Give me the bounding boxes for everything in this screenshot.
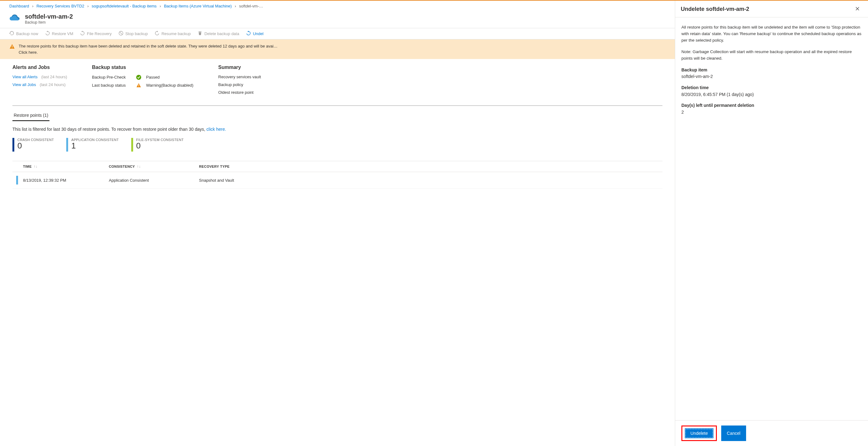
breadcrumb-sep: › — [235, 4, 236, 8]
undelete-button[interactable]: Undel — [246, 31, 264, 37]
page-subtitle: Backup Item — [25, 20, 73, 25]
page-title: softdel-vm-am-2 — [25, 13, 73, 20]
app-root: Dashboard › Recovery Services BVTD2 › so… — [0, 0, 868, 446]
section-title: Summary — [218, 65, 261, 70]
counter-crash: CRASH CONSISTENT 0 — [12, 138, 54, 151]
success-icon — [136, 74, 143, 80]
cell-consistency: Application Consistent — [109, 178, 199, 183]
cancel-button[interactable]: Cancel — [721, 425, 746, 441]
counter-label: CRASH CONSISTENT — [18, 138, 54, 142]
breadcrumb-sep: › — [87, 4, 89, 8]
view-all-jobs-link[interactable]: View all Jobs — [12, 82, 36, 87]
blade-footer: Undelete Cancel — [675, 420, 868, 446]
toolbar-label: Stop backup — [125, 31, 148, 36]
resume-backup-button: Resume backup — [155, 31, 191, 37]
last-backup-label: Last backup status — [92, 83, 132, 88]
deletion-time-label: Deletion time — [681, 84, 862, 91]
days-left-value: 2 — [681, 109, 862, 116]
banner-click-here[interactable]: Click here. — [19, 50, 38, 55]
time-range-label: (last 24 hours) — [41, 74, 67, 79]
breadcrumb-vault[interactable]: sogupsoftdeletevault - Backup items — [92, 4, 157, 8]
breadcrumb-backup-items[interactable]: Backup Items (Azure Virtual Machine) — [164, 4, 232, 8]
panel-body: Alerts and Jobs View all Alerts (last 24… — [0, 59, 675, 194]
toolbar-label: File Recovery — [87, 31, 111, 36]
toolbar-label: Delete backup data — [204, 31, 239, 36]
col-header-consistency[interactable]: CONSISTENCY ↑↓ — [109, 164, 199, 169]
sort-icon: ↑↓ — [137, 164, 141, 169]
blade-title: Undelete softdel-vm-am-2 — [681, 6, 749, 12]
toolbar-label: Backup now — [16, 31, 38, 36]
view-all-alerts-link[interactable]: View all Alerts — [12, 74, 38, 79]
restore-icon — [246, 31, 251, 37]
counter-bar — [131, 138, 133, 151]
days-left-label: Day(s) left until permanent deletion — [681, 102, 862, 109]
col-header-time[interactable]: TIME ↑↓ — [22, 164, 109, 169]
table-row[interactable]: 8/13/2019, 12:39:32 PM Application Consi… — [12, 172, 662, 188]
blade-header: Undelete softdel-vm-am-2 — [675, 1, 868, 18]
restore-icon — [45, 31, 50, 37]
grid-header: TIME ↑↓ CONSISTENCY ↑↓ RECOVERY TYPE — [12, 161, 662, 172]
toolbar-label: Resume backup — [161, 31, 191, 36]
filter-note-link[interactable]: click here. — [207, 127, 226, 132]
blade-description-2: Note: Garbage Collection will start with… — [681, 49, 862, 62]
backup-now-button: Backup now — [9, 31, 38, 37]
counter-value: 1 — [71, 142, 119, 150]
trash-icon — [197, 31, 203, 37]
breadcrumb-sep: › — [32, 4, 33, 8]
svg-line-1 — [120, 32, 122, 34]
breadcrumb-sep: › — [159, 4, 161, 8]
blade-body: All restore points for this backup item … — [675, 18, 868, 420]
delete-backup-button: Delete backup data — [197, 31, 239, 37]
undelete-highlight: Undelete — [681, 425, 717, 441]
warning-icon — [9, 44, 15, 51]
summary-oldest-label: Oldest restore point — [218, 90, 253, 95]
counter-label: FILE-SYSTEM CONSISTENT — [136, 138, 184, 142]
tab-restore-points[interactable]: Restore points (1) — [12, 110, 50, 121]
undelete-confirm-button[interactable]: Undelete — [685, 428, 713, 438]
page-title-row: softdel-vm-am-2 Backup Item — [0, 11, 675, 28]
section-title: Backup status — [92, 65, 193, 70]
breadcrumb: Dashboard › Recovery Services BVTD2 › so… — [0, 1, 675, 11]
precheck-value: Passed — [146, 75, 159, 79]
counter-value: 0 — [18, 142, 54, 150]
toolbar: Backup now Restore VM File Recovery Stop… — [0, 28, 675, 39]
tabs: Restore points (1) — [12, 110, 662, 121]
counter-filesystem: FILE-SYSTEM CONSISTENT 0 — [131, 138, 184, 151]
toolbar-label: Undel — [253, 31, 264, 36]
summary-policy-label: Backup policy — [218, 82, 243, 87]
restore-icon — [80, 31, 85, 37]
section-title: Alerts and Jobs — [12, 65, 67, 70]
blade-description-1: All restore points for this backup item … — [681, 24, 862, 44]
counter-bar — [12, 138, 14, 151]
toolbar-label: Restore VM — [52, 31, 73, 36]
breadcrumb-recovery-services[interactable]: Recovery Services BVTD2 — [36, 4, 84, 8]
summary-section: Summary Recovery services vault Backup p… — [218, 65, 261, 98]
col-header-recovery[interactable]: RECOVERY TYPE — [199, 165, 662, 168]
time-range-label: (last 24 hours) — [40, 82, 66, 87]
overview-sections: Alerts and Jobs View all Alerts (last 24… — [12, 65, 662, 98]
close-button[interactable] — [854, 5, 861, 13]
main-column: Dashboard › Recovery Services BVTD2 › so… — [0, 1, 675, 446]
soft-delete-banner: The restore points for this backup item … — [0, 39, 675, 59]
sort-icon: ↑↓ — [34, 164, 38, 169]
counter-label: APPLICATION CONSISTENT — [71, 138, 119, 142]
svg-rect-3 — [12, 47, 12, 48]
close-icon — [855, 7, 860, 12]
counter-value: 0 — [136, 142, 184, 150]
stop-backup-button: Stop backup — [119, 31, 148, 37]
filter-note-text: This list is filtered for last 30 days o… — [12, 127, 207, 132]
banner-text: The restore points for this backup item … — [19, 44, 277, 48]
backup-item-value: softdel-vm-am-2 — [681, 73, 862, 80]
cell-recovery: Snapshot and Vault — [199, 178, 662, 183]
restore-vm-button: Restore VM — [45, 31, 73, 37]
backup-item-label: Backup item — [681, 67, 862, 74]
resume-icon — [155, 31, 159, 37]
backup-status-section: Backup status Backup Pre-Check Passed La… — [92, 65, 193, 98]
counter-application: APPLICATION CONSISTENT 1 — [66, 138, 119, 151]
backup-item-icon — [9, 13, 21, 25]
last-backup-value: Warning(Backup disabled) — [146, 83, 193, 88]
summary-vault-label: Recovery services vault — [218, 74, 261, 79]
breadcrumb-dashboard[interactable]: Dashboard — [9, 4, 29, 8]
alerts-and-jobs-section: Alerts and Jobs View all Alerts (last 24… — [12, 65, 67, 98]
consistency-counters: CRASH CONSISTENT 0 APPLICATION CONSISTEN… — [12, 138, 662, 151]
